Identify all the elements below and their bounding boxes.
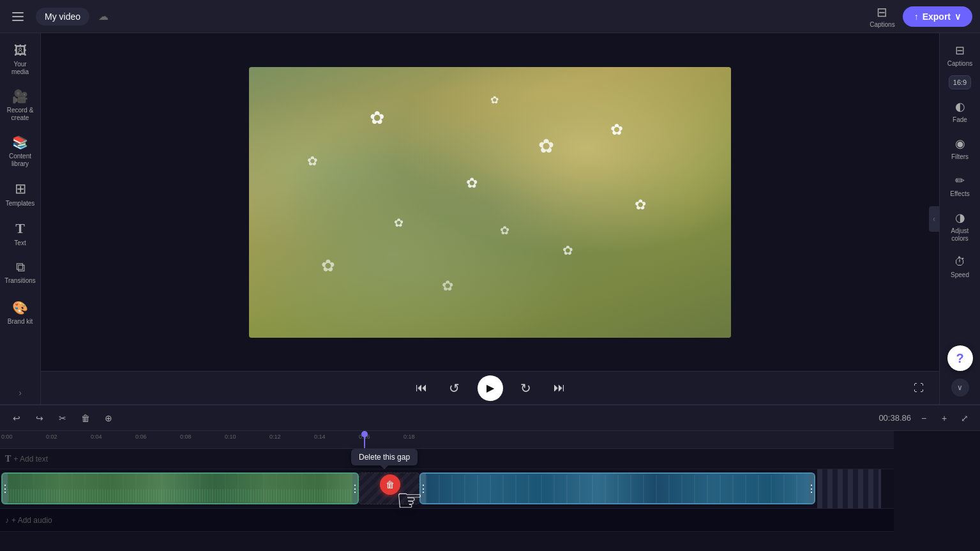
sidebar-item-record-create[interactable]: 🎥 Record &create (3, 84, 38, 127)
right-sidebar-item-speed[interactable]: ⏱ Speed (942, 250, 978, 284)
sidebar-item-your-media[interactable]: 🖼 Your media (3, 38, 38, 81)
play-button[interactable]: ▶ (478, 375, 503, 401)
timeline-track-area[interactable]: 0:00 0:02 0:04 0:06 0:08 0:10 0:12 0:14 … (0, 431, 980, 551)
delete-button[interactable]: 🗑 (77, 409, 94, 427)
sidebar-item-text[interactable]: T Text (3, 215, 38, 252)
daisy-decoration: ✿ (490, 94, 499, 106)
captions-label: Captions (870, 21, 894, 28)
forward-button[interactable]: ↻ (516, 378, 536, 398)
add-text-button[interactable]: T + Add text (0, 454, 48, 464)
project-title-button[interactable]: My video (36, 8, 89, 26)
right-panel-collapse-button[interactable]: ‹ (929, 206, 939, 232)
zoom-out-button[interactable]: − (916, 411, 931, 426)
daisy-decoration: ✿ (370, 107, 384, 128)
captions-panel-icon: ⊟ (955, 43, 965, 57)
sidebar-item-label: Brand kit (8, 318, 33, 326)
zoom-in-button[interactable]: + (937, 411, 952, 426)
left-sidebar: 🖼 Your media 🎥 Record &create 📚 Contentl… (0, 33, 41, 404)
filters-label: Filters (951, 153, 969, 161)
clip2-left-handle[interactable]: ⋮ (421, 474, 426, 503)
ruler-mark-9: 0:18 (403, 434, 415, 440)
fullscreen-button[interactable]: ⛶ (908, 378, 929, 398)
sidebar-item-content-library[interactable]: 📚 Contentlibrary (3, 130, 38, 173)
export-button[interactable]: ↑ Export ∨ (903, 6, 972, 27)
daisy-decoration: ✿ (538, 135, 554, 157)
collapse-panel-button[interactable]: ∨ (951, 379, 969, 396)
export-label: Export (923, 11, 951, 22)
add-audio-button[interactable]: ♪ + Add audio (0, 516, 52, 525)
right-sidebar-item-adjust-colors[interactable]: ◑ Adjustcolors (942, 206, 978, 248)
ruler-mark-4: 0:08 (180, 434, 192, 440)
clip2-right-handle[interactable]: ⋮ (809, 474, 814, 503)
video-clip-1[interactable]: ⋮ ⋮ (1, 472, 359, 504)
playback-controls: ⏮ ↺ ▶ ↻ ⏭ ⛶ (41, 371, 939, 404)
daisy-decoration: ✿ (321, 256, 335, 276)
clip-waveform (8, 489, 352, 502)
fade-icon: ◐ (955, 100, 965, 114)
add-audio-label: + Add audio (11, 516, 52, 525)
delete-gap-icon: 🗑 (386, 479, 395, 490)
brand-kit-icon: 🎨 (12, 300, 28, 315)
audio-track-icon: ♪ (5, 516, 9, 525)
right-sidebar-item-filters[interactable]: ◉ Filters (942, 132, 978, 166)
ruler-mark-6: 0:12 (269, 434, 281, 440)
ruler-mark-8: 0:16 (359, 434, 370, 440)
speed-label: Speed (951, 271, 969, 279)
daisy-decoration: ✿ (500, 223, 509, 238)
daisy-decoration: ✿ (610, 121, 623, 139)
clip-left-handle[interactable]: ⋮ (3, 474, 8, 503)
ruler-mark-2: 0:04 (91, 434, 102, 440)
sidebar-item-transitions[interactable]: ⧉ Transitions (3, 255, 38, 290)
center-area: ✿ ✿ ✿ ✿ ✿ ✿ ✿ ✿ ✿ ✿ ✿ ✿ ⏮ ↺ ▶ ↻ (41, 33, 939, 404)
timeline-content: 0:00 0:02 0:04 0:06 0:08 0:10 0:12 0:14 … (0, 431, 980, 551)
aspect-ratio-button[interactable]: 16:9 (949, 75, 971, 89)
skip-to-end-button[interactable]: ⏭ (549, 378, 569, 398)
redo-button[interactable]: ↪ (31, 409, 49, 427)
ruler-mark-7: 0:14 (314, 434, 326, 440)
skip-to-start-button[interactable]: ⏮ (411, 378, 432, 398)
time-display: 00:38.86 (878, 413, 911, 423)
sidebar-item-templates[interactable]: ⊞ Templates (3, 176, 38, 213)
sidebar-item-brand-kit[interactable]: 🎨 Brand kit (3, 295, 38, 331)
clip-right-handle[interactable]: ⋮ (352, 474, 358, 503)
cut-button[interactable]: ✂ (54, 409, 72, 427)
adjust-colors-icon: ◑ (955, 211, 965, 225)
undo-button[interactable]: ↩ (8, 409, 26, 427)
export-chevron-icon: ∨ (954, 11, 961, 22)
speed-icon: ⏱ (954, 255, 966, 269)
rewind-button[interactable]: ↺ (444, 378, 465, 398)
record-create-icon: 🎥 (12, 89, 28, 104)
sidebar-item-label: Contentlibrary (9, 153, 31, 168)
daisy-decoration: ✿ (442, 278, 453, 294)
add-to-timeline-button[interactable]: ⊕ (100, 409, 117, 427)
right-sidebar-item-captions[interactable]: ⊟ Captions (942, 38, 978, 73)
help-button[interactable]: ? (947, 345, 973, 371)
sidebar-item-label: Your media (5, 61, 36, 76)
menu-button[interactable] (8, 6, 28, 27)
timeline-toolbar: ↩ ↪ ✂ 🗑 ⊕ 00:38.86 − + ⤢ (0, 405, 980, 431)
video-clip-2[interactable]: ⋮ ⋮ (419, 472, 815, 504)
daisy-decoration: ✿ (635, 197, 646, 213)
templates-icon: ⊞ (15, 181, 26, 197)
fade-label: Fade (953, 116, 967, 124)
right-sidebar-item-fade[interactable]: ◐ Fade (942, 94, 978, 129)
filters-icon: ◉ (955, 137, 965, 151)
project-title: My video (45, 11, 80, 22)
right-sidebar-item-effects[interactable]: ✏ Effects (942, 169, 978, 203)
video-preview: ✿ ✿ ✿ ✿ ✿ ✿ ✿ ✿ ✿ ✿ ✿ ✿ (41, 33, 939, 371)
effects-label: Effects (950, 190, 969, 198)
text-icon: T (15, 220, 25, 237)
daisy-decoration: ✿ (307, 153, 318, 169)
delete-gap-button[interactable]: 🗑 (380, 474, 400, 495)
top-bar-right: ⊟ Captions ↑ Export ∨ (870, 4, 972, 28)
captions-icon: ⊟ (877, 4, 887, 20)
ruler-mark-5: 0:10 (225, 434, 236, 440)
daisy-decoration: ✿ (394, 216, 403, 230)
captions-button[interactable]: ⊟ Captions (870, 4, 894, 28)
sidebar-expand-button[interactable]: › (14, 386, 27, 399)
clip2-content (426, 474, 809, 503)
expand-timeline-button[interactable]: ⤢ (957, 411, 972, 426)
tracks-wrapper: 0:00 0:02 0:04 0:06 0:08 0:10 0:12 0:14 … (0, 431, 894, 551)
add-text-track: T + Add text (0, 449, 894, 469)
sidebar-item-label: Text (14, 239, 26, 247)
